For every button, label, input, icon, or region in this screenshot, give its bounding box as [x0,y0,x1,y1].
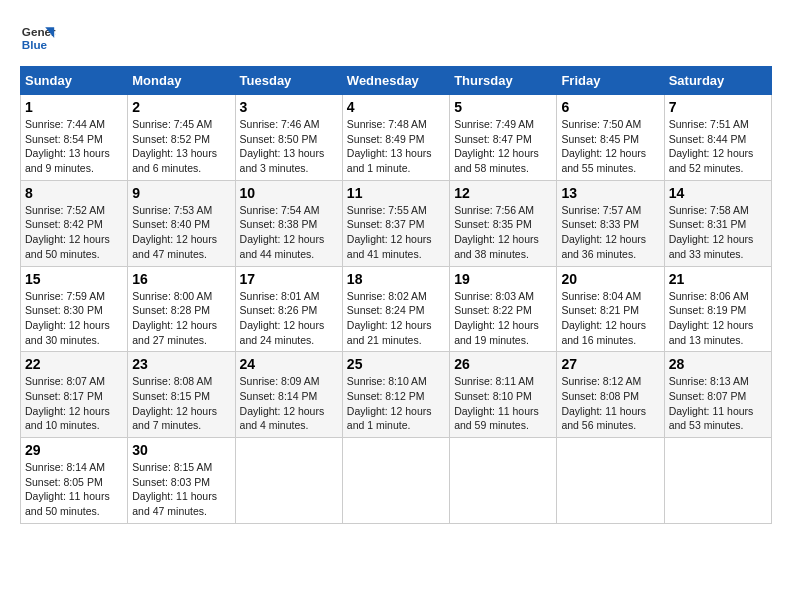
day-number: 5 [454,99,552,115]
day-number: 9 [132,185,230,201]
day-info: Sunrise: 8:04 AM Sunset: 8:21 PM Dayligh… [561,289,659,348]
day-number: 10 [240,185,338,201]
day-number: 7 [669,99,767,115]
day-info: Sunrise: 7:59 AM Sunset: 8:30 PM Dayligh… [25,289,123,348]
logo: General Blue [20,20,56,56]
calendar-cell: 4Sunrise: 7:48 AM Sunset: 8:49 PM Daylig… [342,95,449,181]
day-number: 15 [25,271,123,287]
day-number: 20 [561,271,659,287]
day-info: Sunrise: 7:45 AM Sunset: 8:52 PM Dayligh… [132,117,230,176]
day-info: Sunrise: 8:00 AM Sunset: 8:28 PM Dayligh… [132,289,230,348]
day-info: Sunrise: 7:56 AM Sunset: 8:35 PM Dayligh… [454,203,552,262]
day-info: Sunrise: 7:55 AM Sunset: 8:37 PM Dayligh… [347,203,445,262]
calendar-cell: 15Sunrise: 7:59 AM Sunset: 8:30 PM Dayli… [21,266,128,352]
day-number: 17 [240,271,338,287]
logo-icon: General Blue [20,20,56,56]
day-info: Sunrise: 8:02 AM Sunset: 8:24 PM Dayligh… [347,289,445,348]
header-cell-saturday: Saturday [664,67,771,95]
day-number: 14 [669,185,767,201]
calendar-cell: 10Sunrise: 7:54 AM Sunset: 8:38 PM Dayli… [235,180,342,266]
day-number: 24 [240,356,338,372]
day-number: 18 [347,271,445,287]
day-info: Sunrise: 7:51 AM Sunset: 8:44 PM Dayligh… [669,117,767,176]
header-cell-wednesday: Wednesday [342,67,449,95]
calendar-cell: 2Sunrise: 7:45 AM Sunset: 8:52 PM Daylig… [128,95,235,181]
day-info: Sunrise: 8:03 AM Sunset: 8:22 PM Dayligh… [454,289,552,348]
page-header: General Blue [20,20,772,56]
day-number: 26 [454,356,552,372]
calendar-cell: 29Sunrise: 8:14 AM Sunset: 8:05 PM Dayli… [21,438,128,524]
calendar-cell: 16Sunrise: 8:00 AM Sunset: 8:28 PM Dayli… [128,266,235,352]
day-number: 13 [561,185,659,201]
calendar-cell [235,438,342,524]
header-cell-tuesday: Tuesday [235,67,342,95]
day-number: 28 [669,356,767,372]
week-row-2: 8Sunrise: 7:52 AM Sunset: 8:42 PM Daylig… [21,180,772,266]
week-row-4: 22Sunrise: 8:07 AM Sunset: 8:17 PM Dayli… [21,352,772,438]
day-number: 16 [132,271,230,287]
calendar-table: SundayMondayTuesdayWednesdayThursdayFrid… [20,66,772,524]
day-info: Sunrise: 8:08 AM Sunset: 8:15 PM Dayligh… [132,374,230,433]
header-cell-friday: Friday [557,67,664,95]
calendar-cell [557,438,664,524]
header-cell-monday: Monday [128,67,235,95]
day-info: Sunrise: 7:46 AM Sunset: 8:50 PM Dayligh… [240,117,338,176]
day-number: 25 [347,356,445,372]
day-number: 22 [25,356,123,372]
header-row: SundayMondayTuesdayWednesdayThursdayFrid… [21,67,772,95]
day-info: Sunrise: 8:09 AM Sunset: 8:14 PM Dayligh… [240,374,338,433]
calendar-cell: 19Sunrise: 8:03 AM Sunset: 8:22 PM Dayli… [450,266,557,352]
svg-text:Blue: Blue [22,38,48,51]
week-row-5: 29Sunrise: 8:14 AM Sunset: 8:05 PM Dayli… [21,438,772,524]
calendar-cell: 26Sunrise: 8:11 AM Sunset: 8:10 PM Dayli… [450,352,557,438]
calendar-cell: 25Sunrise: 8:10 AM Sunset: 8:12 PM Dayli… [342,352,449,438]
calendar-cell: 23Sunrise: 8:08 AM Sunset: 8:15 PM Dayli… [128,352,235,438]
day-info: Sunrise: 7:54 AM Sunset: 8:38 PM Dayligh… [240,203,338,262]
day-info: Sunrise: 8:01 AM Sunset: 8:26 PM Dayligh… [240,289,338,348]
header-cell-sunday: Sunday [21,67,128,95]
calendar-cell: 9Sunrise: 7:53 AM Sunset: 8:40 PM Daylig… [128,180,235,266]
day-number: 30 [132,442,230,458]
calendar-cell: 21Sunrise: 8:06 AM Sunset: 8:19 PM Dayli… [664,266,771,352]
day-info: Sunrise: 8:12 AM Sunset: 8:08 PM Dayligh… [561,374,659,433]
calendar-cell: 5Sunrise: 7:49 AM Sunset: 8:47 PM Daylig… [450,95,557,181]
day-number: 19 [454,271,552,287]
day-number: 12 [454,185,552,201]
day-number: 21 [669,271,767,287]
day-number: 3 [240,99,338,115]
day-info: Sunrise: 8:11 AM Sunset: 8:10 PM Dayligh… [454,374,552,433]
day-info: Sunrise: 8:07 AM Sunset: 8:17 PM Dayligh… [25,374,123,433]
calendar-cell: 12Sunrise: 7:56 AM Sunset: 8:35 PM Dayli… [450,180,557,266]
calendar-cell: 13Sunrise: 7:57 AM Sunset: 8:33 PM Dayli… [557,180,664,266]
day-info: Sunrise: 7:52 AM Sunset: 8:42 PM Dayligh… [25,203,123,262]
calendar-cell: 7Sunrise: 7:51 AM Sunset: 8:44 PM Daylig… [664,95,771,181]
day-info: Sunrise: 7:58 AM Sunset: 8:31 PM Dayligh… [669,203,767,262]
calendar-cell: 20Sunrise: 8:04 AM Sunset: 8:21 PM Dayli… [557,266,664,352]
week-row-3: 15Sunrise: 7:59 AM Sunset: 8:30 PM Dayli… [21,266,772,352]
calendar-cell: 3Sunrise: 7:46 AM Sunset: 8:50 PM Daylig… [235,95,342,181]
day-info: Sunrise: 7:48 AM Sunset: 8:49 PM Dayligh… [347,117,445,176]
calendar-cell: 8Sunrise: 7:52 AM Sunset: 8:42 PM Daylig… [21,180,128,266]
day-number: 27 [561,356,659,372]
day-number: 23 [132,356,230,372]
day-info: Sunrise: 7:49 AM Sunset: 8:47 PM Dayligh… [454,117,552,176]
calendar-cell: 28Sunrise: 8:13 AM Sunset: 8:07 PM Dayli… [664,352,771,438]
day-number: 4 [347,99,445,115]
week-row-1: 1Sunrise: 7:44 AM Sunset: 8:54 PM Daylig… [21,95,772,181]
day-number: 8 [25,185,123,201]
day-number: 11 [347,185,445,201]
calendar-cell: 24Sunrise: 8:09 AM Sunset: 8:14 PM Dayli… [235,352,342,438]
day-number: 2 [132,99,230,115]
calendar-cell: 27Sunrise: 8:12 AM Sunset: 8:08 PM Dayli… [557,352,664,438]
header-cell-thursday: Thursday [450,67,557,95]
calendar-cell: 11Sunrise: 7:55 AM Sunset: 8:37 PM Dayli… [342,180,449,266]
day-info: Sunrise: 8:10 AM Sunset: 8:12 PM Dayligh… [347,374,445,433]
calendar-cell: 18Sunrise: 8:02 AM Sunset: 8:24 PM Dayli… [342,266,449,352]
calendar-cell: 1Sunrise: 7:44 AM Sunset: 8:54 PM Daylig… [21,95,128,181]
calendar-cell: 14Sunrise: 7:58 AM Sunset: 8:31 PM Dayli… [664,180,771,266]
day-info: Sunrise: 8:06 AM Sunset: 8:19 PM Dayligh… [669,289,767,348]
day-info: Sunrise: 7:44 AM Sunset: 8:54 PM Dayligh… [25,117,123,176]
calendar-cell [664,438,771,524]
day-number: 6 [561,99,659,115]
day-number: 29 [25,442,123,458]
